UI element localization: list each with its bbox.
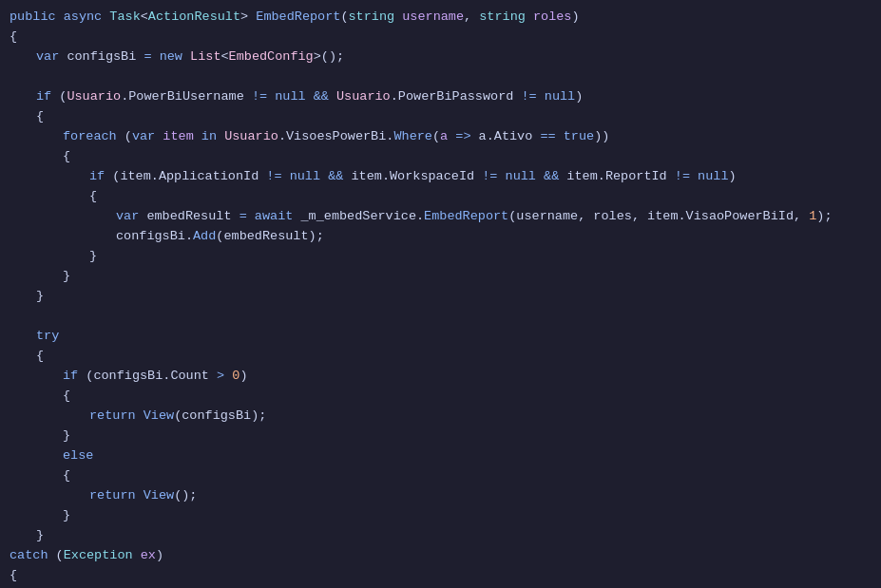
keyword-if1: if (36, 87, 51, 107)
code-line: configsBi. Add (embedResult); (0, 227, 881, 247)
number-1: 1 (809, 207, 816, 227)
keyword-if3: if (63, 367, 78, 387)
keyword-new: new (160, 47, 182, 67)
method-view1: View (144, 407, 174, 427)
keyword-return1: return (89, 407, 136, 427)
type-string2: string (479, 8, 526, 28)
keyword-return2: return (89, 486, 136, 506)
keyword-async: async (64, 8, 103, 28)
code-line: var configsBi = new List < EmbedConfig >… (0, 47, 881, 67)
code-line: { (0, 28, 881, 47)
keyword-foreach: foreach (63, 127, 117, 147)
class-usuario1: Usuario (67, 87, 121, 107)
code-line: { (0, 566, 881, 586)
code-line (0, 307, 881, 327)
type-exception: Exception (64, 546, 133, 566)
number-0: 0 (232, 367, 239, 387)
keyword-await: await (255, 207, 294, 227)
code-line: if (item. ApplicationId != null && item.… (0, 167, 881, 187)
keyword-catch: catch (10, 546, 48, 566)
code-line: public async Task < ActionResult > Embed… (0, 8, 881, 28)
code-line: { (0, 147, 881, 167)
code-line: } (0, 247, 881, 267)
method-view2: View (144, 486, 174, 506)
keyword-var2: var (132, 127, 155, 147)
method-embedreport2: EmbedReport (424, 207, 508, 227)
class-usuario2: Usuario (336, 87, 391, 107)
keyword-else: else (63, 446, 93, 466)
keyword-in: in (201, 127, 217, 147)
code-line: } (0, 287, 881, 307)
code-line: { (0, 387, 881, 407)
method-where: Where (393, 127, 432, 147)
keyword-null1: null (275, 87, 305, 107)
code-line: } (0, 427, 881, 446)
code-line: catch ( Exception ex ) (0, 546, 881, 566)
param-roles: roles (526, 8, 572, 28)
code-line (0, 67, 881, 87)
type-actionresult: ActionResult (148, 8, 240, 28)
code-editor: public async Task < ActionResult > Embed… (0, 0, 881, 588)
code-line: try (0, 327, 881, 347)
class-usuario3: Usuario (224, 127, 278, 147)
code-line: var embedResult = await _m_embedService.… (0, 207, 881, 227)
code-line: } (0, 506, 881, 526)
code-line: { (0, 466, 881, 486)
method-embedreport: EmbedReport (256, 8, 340, 28)
code-line: } (0, 526, 881, 546)
param-ex: ex (133, 546, 156, 566)
type-task: Task (109, 8, 140, 28)
keyword-true: true (564, 127, 594, 147)
code-line: { (0, 187, 881, 207)
type-string1: string (349, 8, 395, 28)
code-line: } (0, 267, 881, 287)
param-item: item (155, 127, 194, 147)
param-username: username (394, 8, 464, 28)
code-line: { (0, 107, 881, 127)
code-line: foreach ( var item in Usuario . VisoesPo… (0, 127, 881, 147)
code-line: return View (); (0, 486, 881, 506)
code-line: if ( Usuario . PowerBiUsername != null &… (0, 87, 881, 107)
code-line: if (configsBi. Count > 0 ) (0, 367, 881, 387)
keyword-public: public (10, 8, 56, 28)
code-line: else (0, 446, 881, 466)
code-line: return View (configsBi); (0, 407, 881, 427)
keyword-var: var (36, 47, 59, 67)
code-line: { (0, 347, 881, 367)
param-a: a (440, 127, 448, 147)
class-list: List (190, 47, 220, 67)
keyword-null2: null (545, 87, 575, 107)
keyword-if2: if (89, 167, 105, 187)
keyword-var3: var (116, 207, 139, 227)
keyword-try: try (36, 327, 59, 347)
method-add: Add (193, 227, 216, 247)
class-embedconfig: EmbedConfig (229, 47, 314, 67)
